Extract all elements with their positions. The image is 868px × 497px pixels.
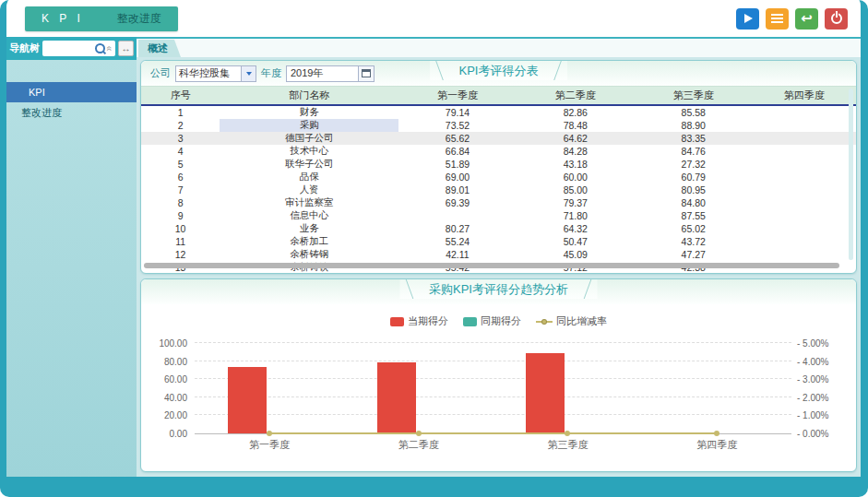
table-cell[interactable]: 技术中心 [220, 145, 398, 158]
table-cell[interactable]: 47.27 [635, 248, 753, 261]
table-cell[interactable]: 71.80 [517, 209, 635, 222]
legend-item[interactable]: 同比增减率 [536, 314, 607, 328]
table-row[interactable]: 9信息中心71.8087.55 [141, 209, 856, 222]
table-cell[interactable]: 42.11 [398, 248, 517, 261]
table-cell[interactable] [753, 248, 856, 261]
table-cell[interactable]: 43.72 [635, 235, 753, 248]
collapse-all-icon[interactable]: « [105, 46, 115, 52]
table-cell[interactable]: 51.89 [398, 158, 517, 171]
bar-current-score[interactable] [228, 367, 267, 433]
table-cell[interactable]: 7 [141, 183, 220, 196]
table-row[interactable]: 8审计监察室69.3979.3784.80 [141, 196, 856, 209]
table-cell[interactable]: 66.84 [398, 145, 517, 158]
table-cell[interactable] [753, 106, 856, 119]
calendar-button[interactable] [358, 66, 374, 81]
table-cell[interactable]: 69.00 [398, 171, 517, 183]
table-cell[interactable]: 45.09 [517, 248, 635, 261]
table-cell[interactable]: 65.02 [635, 222, 753, 235]
table-cell[interactable]: 87.55 [635, 209, 753, 222]
table-cell[interactable]: 9 [141, 209, 220, 222]
chevron-down-icon[interactable] [241, 66, 256, 81]
table-hscrollbar[interactable] [141, 262, 856, 273]
sidebar-toggle-button[interactable]: ↔ [118, 41, 134, 56]
sidebar-item-0[interactable]: KPI [6, 82, 137, 102]
table-cell[interactable]: 业务 [220, 222, 398, 235]
legend-item[interactable]: 当期得分 [390, 314, 448, 328]
table-vscrollbar[interactable] [849, 89, 853, 260]
table-cell[interactable] [753, 196, 856, 209]
table-cell[interactable]: 60.00 [517, 171, 635, 183]
table-cell[interactable]: 人资 [220, 183, 398, 196]
table-cell[interactable]: 11 [141, 235, 220, 248]
table-cell[interactable]: 79.14 [398, 106, 517, 119]
table-row[interactable]: 11余桥加工55.2450.4743.72 [141, 235, 856, 248]
table-cell[interactable] [398, 209, 517, 222]
table-cell[interactable]: 88.90 [635, 119, 753, 132]
year-input[interactable] [287, 66, 358, 81]
table-cell[interactable]: 78.48 [517, 119, 635, 132]
table-cell[interactable]: 73.52 [398, 119, 517, 132]
table-row[interactable]: 7人资89.0185.0080.95 [141, 183, 856, 196]
table-cell[interactable] [753, 209, 856, 222]
table-cell[interactable]: 10 [141, 222, 220, 235]
table-row[interactable]: 2采购73.5278.4888.90 [141, 119, 856, 132]
table-cell[interactable]: 69.39 [398, 196, 517, 209]
table-row[interactable]: 4技术中心66.8484.2884.76 [141, 145, 856, 158]
table-row[interactable]: 1财务79.1482.8685.58 [141, 106, 856, 119]
table-cell[interactable]: 65.62 [398, 132, 517, 145]
table-cell[interactable]: 余桥加工 [220, 235, 398, 248]
table-cell[interactable]: 信息中心 [220, 209, 398, 222]
table-row[interactable]: 10业务80.2764.3265.02 [141, 222, 856, 235]
table-cell[interactable]: 联华子公司 [220, 158, 398, 171]
table-cell[interactable]: 德国子公司 [220, 132, 398, 145]
search-input[interactable] [45, 41, 95, 55]
company-select[interactable]: 科华控股集 [175, 65, 256, 82]
table-cell[interactable]: 55.24 [398, 235, 517, 248]
trend-point[interactable] [416, 431, 422, 436]
tab-overview[interactable]: 概述 [138, 40, 181, 57]
table-cell[interactable]: 品保 [220, 171, 398, 183]
trend-point[interactable] [267, 431, 272, 436]
table-cell[interactable]: 82.86 [517, 106, 635, 119]
table-row[interactable]: 12余桥铸钢42.1145.0947.27 [141, 248, 856, 261]
table-cell[interactable]: 4 [141, 145, 220, 158]
trend-point[interactable] [565, 431, 570, 436]
back-button[interactable]: ↩ [795, 8, 818, 30]
sidebar-item-1[interactable]: 整改进度 [6, 102, 137, 123]
table-cell[interactable] [753, 183, 856, 196]
table-cell[interactable] [753, 119, 856, 132]
module-tab-kpi[interactable]: K P I [25, 6, 101, 31]
table-cell[interactable]: 余桥铸钢 [220, 248, 398, 261]
table-cell[interactable]: 84.76 [635, 145, 753, 158]
table-cell[interactable]: 2 [141, 119, 220, 132]
module-tab-rectify-progress[interactable]: 整改进度 [101, 6, 178, 31]
menu-button[interactable] [766, 8, 789, 30]
bar-current-score[interactable] [526, 353, 565, 433]
table-cell[interactable] [753, 235, 856, 248]
table-cell[interactable]: 64.32 [517, 222, 635, 235]
bar-current-score[interactable] [377, 362, 416, 433]
table-cell[interactable] [753, 222, 856, 235]
table-cell[interactable] [753, 145, 856, 158]
run-button[interactable] [736, 8, 759, 30]
table-cell[interactable]: 79.37 [517, 196, 635, 209]
table-cell[interactable]: 12 [141, 248, 220, 261]
hscrollbar-thumb[interactable] [144, 263, 839, 268]
table-cell[interactable]: 83.35 [635, 132, 753, 145]
table-row[interactable]: 3德国子公司65.6264.6283.35 [141, 132, 856, 145]
table-cell[interactable]: 6 [141, 171, 220, 183]
table-cell[interactable]: 84.28 [517, 145, 635, 158]
table-cell[interactable]: 审计监察室 [220, 196, 398, 209]
table-cell[interactable]: 85.58 [635, 106, 753, 119]
table-cell[interactable]: 60.79 [635, 171, 753, 183]
table-cell[interactable]: 43.18 [517, 158, 635, 171]
table-cell[interactable]: 27.32 [635, 158, 753, 171]
table-cell[interactable] [753, 158, 856, 171]
table-cell[interactable]: 3 [141, 132, 220, 145]
table-cell[interactable]: 1 [141, 106, 220, 119]
table-cell[interactable]: 84.80 [635, 196, 753, 209]
table-cell[interactable]: 64.62 [517, 132, 635, 145]
table-cell[interactable]: 80.95 [635, 183, 753, 196]
table-row[interactable]: 5联华子公司51.8943.1827.32 [141, 158, 856, 171]
table-cell[interactable]: 财务 [220, 106, 398, 119]
